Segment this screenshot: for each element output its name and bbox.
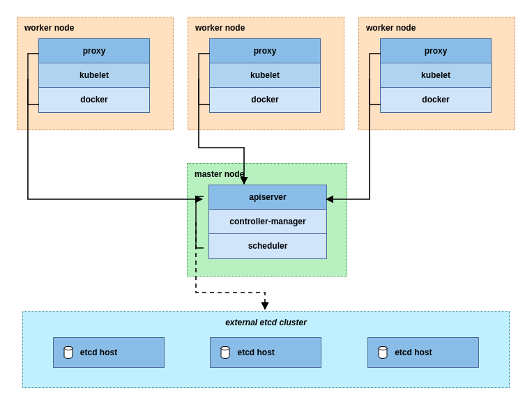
worker-stack: proxy kubelet docker	[38, 38, 150, 113]
etcd-host: etcd host	[53, 337, 165, 368]
svg-point-5	[379, 347, 387, 350]
master-stack: apiserver controller-manager scheduler	[208, 185, 327, 259]
worker-stack: proxy kubelet docker	[209, 38, 321, 113]
etcd-host: etcd host	[210, 337, 321, 368]
etcd-cluster: external etcd cluster etcd host etcd hos…	[22, 311, 510, 388]
etcd-host-label: etcd host	[395, 348, 432, 357]
controller-manager-box: controller-manager	[209, 210, 326, 234]
worker-node-title: worker node	[366, 23, 508, 33]
kubelet-box: kubelet	[39, 63, 149, 88]
svg-point-1	[64, 347, 73, 350]
worker-stack: proxy kubelet docker	[380, 38, 492, 113]
worker-node-2: worker node proxy kubelet docker	[188, 17, 344, 130]
etcd-cluster-title: external etcd cluster	[30, 318, 502, 327]
database-icon	[220, 346, 230, 359]
proxy-box: proxy	[39, 39, 149, 63]
database-icon	[378, 346, 388, 359]
docker-box: docker	[39, 88, 149, 112]
docker-box: docker	[210, 88, 320, 112]
worker-node-1: worker node proxy kubelet docker	[17, 17, 174, 130]
scheduler-box: scheduler	[209, 234, 326, 258]
master-node: master node apiserver controller-manager…	[187, 163, 347, 277]
etcd-hosts: etcd host etcd host etcd host	[30, 337, 502, 368]
kubelet-box: kubelet	[210, 63, 320, 88]
proxy-box: proxy	[210, 39, 320, 63]
etcd-host: etcd host	[367, 337, 479, 368]
worker-node-title: worker node	[24, 23, 166, 33]
worker-node-3: worker node proxy kubelet docker	[358, 17, 515, 130]
svg-point-3	[221, 347, 229, 350]
master-node-title: master node	[195, 169, 340, 179]
worker-node-title: worker node	[195, 23, 337, 33]
docker-box: docker	[381, 88, 491, 112]
kubelet-box: kubelet	[381, 63, 491, 88]
proxy-box: proxy	[381, 39, 491, 63]
etcd-host-label: etcd host	[80, 348, 117, 357]
etcd-host-label: etcd host	[237, 348, 274, 357]
apiserver-box: apiserver	[209, 185, 326, 210]
database-icon	[63, 346, 73, 359]
